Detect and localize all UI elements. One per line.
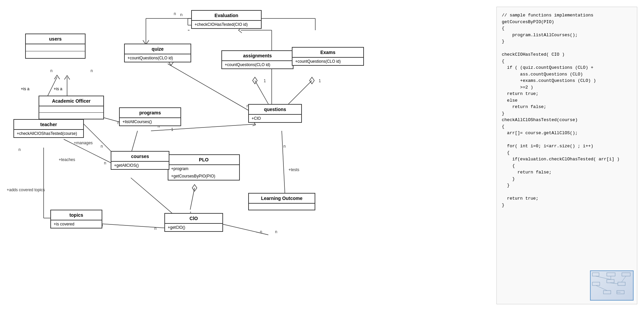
svg-text:+tests: +tests xyxy=(288,167,299,172)
evaluation-class: Evaluation +checkCIOHasTested(CIO id) xyxy=(191,10,262,29)
svg-line-16 xyxy=(64,139,114,164)
svg-text:+adds covered topics: +adds covered topics xyxy=(7,188,45,192)
is-a-label-1: +is a xyxy=(21,87,30,91)
svg-line-23 xyxy=(255,81,268,104)
programs-class: programs +listAllCourses() xyxy=(119,107,181,126)
svg-rect-65 xyxy=(607,273,615,276)
svg-text:n: n xyxy=(174,11,176,16)
svg-rect-64 xyxy=(592,273,599,276)
svg-rect-67 xyxy=(592,282,600,286)
plo-method1: +program xyxy=(168,165,239,172)
teacher-class: teacher +checkAllCIOShasTested(course) xyxy=(13,119,84,138)
courses-class-name: courses xyxy=(111,152,169,161)
diagram-thumbnail xyxy=(590,270,634,301)
learning-outcome-class-name: Learning Outcome xyxy=(249,194,315,203)
users-class-name: users xyxy=(26,34,85,44)
svg-rect-70 xyxy=(603,291,611,294)
learning-outcome-class: Learning Outcome xyxy=(248,193,315,210)
evaluation-method: +checkCIOHasTested(CIO id) xyxy=(192,21,261,28)
teacher-class-name: teacher xyxy=(14,120,83,129)
clo-class: ClO +getClO() xyxy=(164,213,223,232)
svg-text:n: n xyxy=(104,161,106,165)
courses-method: +getAllClOS() xyxy=(111,162,169,169)
is-a-label-2: +is a xyxy=(54,87,62,91)
svg-text:+manages: +manages xyxy=(74,141,93,145)
svg-rect-66 xyxy=(622,273,630,276)
svg-text:1: 1 xyxy=(171,127,173,132)
svg-line-27 xyxy=(168,64,255,114)
clo-class-name: ClO xyxy=(165,214,222,223)
svg-text:n: n xyxy=(18,147,21,152)
svg-line-32 xyxy=(218,223,268,235)
diagram-area: n xyxy=(0,0,496,311)
evaluation-class-name: Evaluation xyxy=(192,11,261,20)
questions-method: +ClO xyxy=(249,115,301,122)
svg-text:n: n xyxy=(283,144,286,149)
svg-text:1: 1 xyxy=(264,79,266,83)
questions-class: questions +ClO xyxy=(248,104,302,123)
svg-text:n: n xyxy=(180,12,182,17)
svg-text:n: n xyxy=(101,144,103,149)
assignments-class: assignments +countQuestions(CLO id) xyxy=(221,50,293,69)
academic-officer-class: Academic Officer xyxy=(39,96,104,119)
svg-marker-31 xyxy=(192,185,197,191)
teacher-method: +checkAllCIOShasTested(course) xyxy=(14,130,83,137)
courses-class: courses +getAllClOS() xyxy=(111,151,169,170)
programs-class-name: programs xyxy=(120,108,180,118)
code-content: // sample functions implementationsgetCo… xyxy=(502,12,632,208)
svg-text:n: n xyxy=(91,68,93,73)
svg-line-72 xyxy=(596,276,610,279)
svg-rect-69 xyxy=(618,282,625,286)
exams-class-name: Exams xyxy=(292,48,363,57)
plo-method2: +getCoursesByPIO(PIO) xyxy=(168,172,239,180)
svg-line-75 xyxy=(596,286,607,291)
programs-method: +listAllCourses() xyxy=(120,118,180,125)
svg-line-35 xyxy=(282,131,285,198)
svg-text:+teaches: +teaches xyxy=(59,157,75,162)
topics-method: +is covered xyxy=(51,220,102,228)
topics-class-name: topics xyxy=(51,210,102,220)
svg-text:1: 1 xyxy=(319,79,321,83)
svg-text:n: n xyxy=(50,68,53,73)
quize-method: +countQuestions(CLO id) xyxy=(125,54,191,62)
main-container: n xyxy=(0,0,644,311)
academic-officer-class-name: Academic Officer xyxy=(39,96,103,106)
assignments-method: +countQuestions(CLO id) xyxy=(222,61,293,68)
quize-class: quize +countQuestions(CLO id) xyxy=(124,44,191,62)
assignments-class-name: assignments xyxy=(222,51,293,61)
topics-class: topics +is covered xyxy=(50,210,102,228)
svg-marker-26 xyxy=(310,77,314,84)
quize-class-name: quize xyxy=(125,44,191,54)
svg-rect-68 xyxy=(607,279,614,283)
exams-class: Exams +countQuestions(CLO id) xyxy=(292,47,364,66)
clo-method: +getClO() xyxy=(165,224,222,231)
svg-text:n: n xyxy=(275,229,277,234)
svg-marker-24 xyxy=(253,77,257,84)
svg-line-30 xyxy=(190,188,195,210)
svg-line-76 xyxy=(610,283,618,284)
plo-class: PLO +program +getCoursesByPIO(PIO) xyxy=(168,154,240,180)
svg-text:n: n xyxy=(154,226,157,231)
plo-class-name: PLO xyxy=(168,155,239,165)
questions-class-name: questions xyxy=(249,105,301,114)
svg-line-29 xyxy=(131,178,178,218)
users-class: users xyxy=(25,34,86,59)
code-panel: // sample functions implementationsgetCo… xyxy=(496,7,637,304)
svg-line-74 xyxy=(622,276,626,282)
svg-text:n: n xyxy=(260,229,262,234)
exams-method: +countQuestions(CLO id) xyxy=(292,58,363,65)
